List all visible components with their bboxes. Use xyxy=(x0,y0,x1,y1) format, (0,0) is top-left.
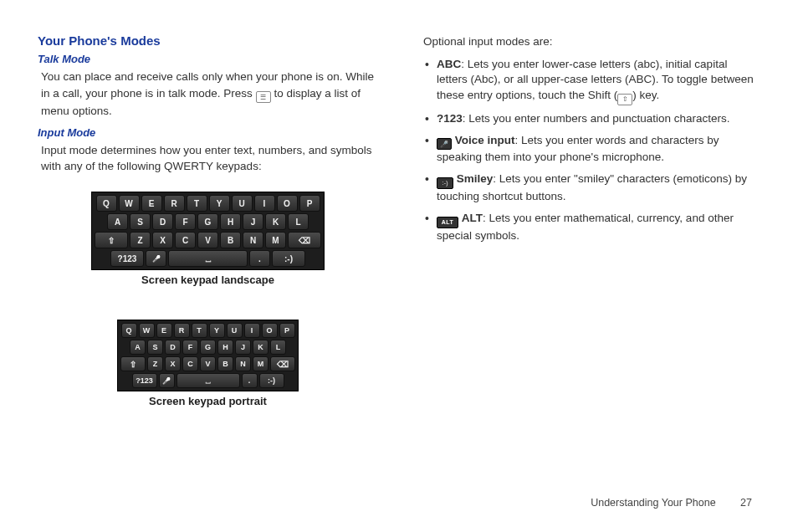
key-W: W xyxy=(139,323,155,338)
key-R: R xyxy=(164,195,185,212)
key-N: N xyxy=(243,232,263,248)
key-B: B xyxy=(220,232,241,248)
key-S: S xyxy=(147,340,163,355)
key-X: X xyxy=(165,356,181,371)
key-shift xyxy=(95,232,128,248)
mode-list: ABC: Lets you enter lower-case letters (… xyxy=(425,57,760,244)
key-123: ?123 xyxy=(110,250,144,267)
key-G: G xyxy=(200,340,216,355)
list-item-voice: 🎤 Voice input: Lets you enter words and … xyxy=(425,133,760,166)
list-item-alt: ALT ALT: Lets you enter mathematical, cu… xyxy=(425,211,760,244)
key-M: M xyxy=(253,356,269,371)
key-L: L xyxy=(288,213,309,230)
key-smiley: :-) xyxy=(272,250,305,267)
key-D: D xyxy=(165,340,181,355)
key-U: U xyxy=(232,195,253,212)
key-M: M xyxy=(265,232,286,248)
key-U: U xyxy=(227,323,243,338)
left-column: Your Phone's Modes Talk Mode You can pla… xyxy=(38,33,378,424)
key-S: S xyxy=(130,213,151,230)
key-W: W xyxy=(119,195,140,212)
alt-icon: ALT xyxy=(437,217,458,228)
input-mode-body: Input mode determines how you enter text… xyxy=(41,142,378,175)
key-T: T xyxy=(187,195,207,212)
key-B: B xyxy=(217,356,233,371)
key-123: ?123 xyxy=(132,373,157,388)
key-C: C xyxy=(182,356,198,371)
key-H: H xyxy=(217,340,233,355)
input-text: Input mode determines how you enter text… xyxy=(41,142,378,175)
key-D: D xyxy=(152,213,173,230)
key-I: I xyxy=(244,323,260,338)
key-H: H xyxy=(220,213,241,230)
key-mic xyxy=(159,373,175,388)
key-J: J xyxy=(243,213,263,230)
n123-text: : Lets you enter numbers and punctuation… xyxy=(463,112,730,125)
key-Q: Q xyxy=(96,195,117,212)
key-T: T xyxy=(192,323,207,338)
shift-icon: ⇧ xyxy=(617,94,632,105)
talk-mode-body: You can place and receive calls only whe… xyxy=(41,69,378,120)
keyboard-portrait-wrap: QWERTYUIOPASDFGHJKLZXCVBNM?123⎵.:-) Scre… xyxy=(38,320,378,424)
input-mode-heading: Input Mode xyxy=(38,126,378,139)
abc-label: ABC xyxy=(437,58,461,70)
menu-icon: ☰ xyxy=(256,91,271,103)
section-heading: Your Phone's Modes xyxy=(38,33,378,48)
key-J: J xyxy=(235,340,251,355)
key-dot: . xyxy=(249,250,270,267)
caption-landscape: Screen keypad landscape xyxy=(141,274,274,286)
key-K: K xyxy=(253,340,269,355)
key-E: E xyxy=(156,323,172,338)
key-shift xyxy=(120,356,146,371)
key-L: L xyxy=(270,340,286,355)
key-A: A xyxy=(107,213,128,230)
alt-label: ALT xyxy=(462,212,483,224)
abc-text-2: ) key. xyxy=(632,89,659,101)
key-F: F xyxy=(182,340,198,355)
key-Y: Y xyxy=(209,323,225,338)
key-Z: Z xyxy=(130,232,151,248)
footer-page: 27 xyxy=(740,497,752,509)
key-V: V xyxy=(197,232,218,248)
key-V: V xyxy=(200,356,216,371)
key-X: X xyxy=(152,232,173,248)
key-smiley: :-) xyxy=(259,373,284,388)
abc-text-1: : Lets you enter lower-case letters (abc… xyxy=(437,58,754,102)
key-dot: . xyxy=(242,373,258,388)
key-E: E xyxy=(141,195,162,212)
key-backspace xyxy=(288,232,321,248)
key-Y: Y xyxy=(209,195,230,212)
smiley-icon: :-) xyxy=(437,177,453,189)
footer: Understanding Your Phone 27 xyxy=(591,497,752,509)
list-item-123: ?123: Lets you enter numbers and punctua… xyxy=(425,111,760,127)
key-K: K xyxy=(265,213,286,230)
right-column: Optional input modes are: ABC: Lets you … xyxy=(420,33,760,424)
key-R: R xyxy=(174,323,190,338)
key-N: N xyxy=(235,356,251,371)
smiley-label: Smiley xyxy=(457,172,494,185)
key-C: C xyxy=(175,232,196,248)
optional-intro: Optional input modes are: xyxy=(423,33,760,50)
key-O: O xyxy=(277,195,298,212)
keyboard-portrait: QWERTYUIOPASDFGHJKLZXCVBNM?123⎵.:-) xyxy=(117,320,299,391)
key-backspace xyxy=(270,356,295,371)
footer-section: Understanding Your Phone xyxy=(591,497,715,509)
key-space: ⎵ xyxy=(176,373,240,388)
key-F: F xyxy=(175,213,196,230)
mic-icon: 🎤 xyxy=(437,138,452,150)
list-item-smiley: :-) Smiley: Lets you enter "smiley" char… xyxy=(425,171,760,204)
n123-label: ?123 xyxy=(437,112,463,125)
key-P: P xyxy=(279,323,295,338)
keyboard-landscape: QWERTYUIOPASDFGHJKLZXCVBNM?123⎵.:-) xyxy=(91,192,325,270)
key-Z: Z xyxy=(147,356,163,371)
key-O: O xyxy=(262,323,278,338)
key-mic xyxy=(146,250,166,267)
voice-label: Voice input xyxy=(455,134,515,146)
caption-portrait: Screen keypad portrait xyxy=(149,395,267,407)
key-G: G xyxy=(197,213,218,230)
key-Q: Q xyxy=(121,323,137,338)
key-space: ⎵ xyxy=(168,250,248,267)
key-A: A xyxy=(130,340,146,355)
talk-mode-heading: Talk Mode xyxy=(38,53,378,65)
list-item-abc: ABC: Lets you enter lower-case letters (… xyxy=(425,57,760,105)
